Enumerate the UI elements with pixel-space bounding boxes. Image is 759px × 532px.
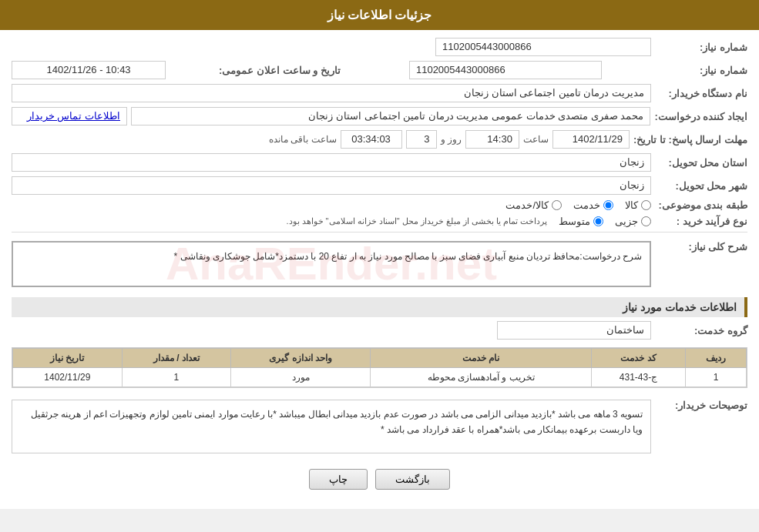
khadamat-section-title: اطلاعات خدمات مورد نیاز (12, 297, 747, 317)
tabaqe-row: طبقه بندی موضوعی: کالا خدمت کالا/خدمت (12, 199, 747, 211)
sharh-row: شرح کلی نیاز: AnaREnder.net شرح درخواست:… (12, 237, 747, 291)
tabaqe-label: طبقه بندی موضوعی: (655, 199, 747, 211)
chap-button[interactable]: چاپ (309, 469, 368, 490)
col-kod: کد خدمت (592, 349, 686, 368)
table-row: 1ج-43-431تخریب و آمادهسازی محوطهمورد1140… (13, 368, 747, 387)
shomara-niaz-label: شماره نیاز: (655, 42, 747, 53)
mohlat-saat: 14:30 (465, 130, 519, 149)
shomara-niaz-value2: 1102005443000866 (409, 61, 602, 79)
radio-kala-input[interactable] (641, 200, 651, 210)
shahr-row: شهر محل تحویل: زنجان (12, 176, 747, 195)
radio-mottavasset: متوسط (559, 216, 603, 227)
page-header: جزئیات اطلاعات نیاز (0, 0, 759, 30)
table-body: 1ج-43-431تخریب و آمادهسازی محوطهمورد1140… (13, 368, 747, 387)
shomara-niaz-row: شماره نیاز: 1102005443000866 (12, 38, 747, 56)
ijad-value: محمد صفری متصدی خدمات عمومی مدیریت درمان… (131, 107, 650, 125)
tarikh-label: تاریخ و ساعت اعلان عمومی: (219, 65, 341, 76)
sharh-box: AnaREnder.net شرح درخواست:محافظ تردیان م… (12, 241, 651, 287)
ostan-row: استان محل تحویل: زنجان (12, 153, 747, 172)
mohlat-saat-label: ساعت (523, 134, 549, 145)
faravarand-row: نوع فرآیند خرید : جزیی متوسط پرداخت تمام… (12, 216, 747, 227)
mohlat-label: مهلت ارسال پاسخ: تا تاریخ: (633, 134, 747, 146)
ijad-link[interactable]: اطلاعات تماس خریدار (12, 107, 127, 125)
sharh-label: شرح کلی نیاز: (655, 237, 747, 253)
sharh-value: شرح درخواست:محافظ تردیان منبع آبیاری فضا… (174, 251, 642, 262)
faravarand-note: پرداخت تمام یا بخشی از مبلغ خریداز محل "… (286, 216, 547, 226)
ostan-label: استان محل تحویل: (655, 157, 747, 169)
ostan-value: زنجان (12, 153, 651, 172)
radio-mottavasset-label: متوسط (559, 216, 590, 227)
page-title: جزئیات اطلاعات نیاز (327, 8, 432, 22)
gorohe-value: ساختمان (497, 321, 651, 340)
col-tedad: تعداد / مقدار (122, 349, 230, 368)
table-cell: ج-43-431 (592, 368, 686, 387)
radio-kala-label: کالا (625, 199, 638, 211)
tosavieh-value: تسویه 3 ماهه می باشد *بازدید میدانی الزا… (12, 400, 651, 453)
table-header-row: ردیف کد خدمت نام خدمت واحد اندازه گیری ت… (13, 349, 747, 368)
table-cell: 1 (686, 368, 747, 387)
shahr-label: شهر محل تحویل: (655, 180, 747, 192)
nam-dastgah-label: نام دستگاه خریدار: (655, 88, 747, 99)
mohlat-rooz: 3 (406, 130, 437, 149)
radio-kala-khadamat-label: کالا/خدمت (505, 199, 549, 211)
radio-jozi-input[interactable] (641, 216, 651, 226)
mohlat-mande-label: ساعت باقی مانده (269, 134, 337, 145)
radio-khadamat-input[interactable] (603, 200, 613, 210)
shomara-niaz-value: 1102005443000866 (435, 38, 651, 56)
mohlat-date: 1402/11/29 (552, 130, 630, 149)
watermark: AnaREnder.net (166, 225, 497, 303)
shomara-niaz-label2: شماره نیاز: (655, 65, 747, 76)
table-cell: مورد (231, 368, 371, 387)
radio-kala: کالا (625, 199, 651, 211)
divider1 (12, 232, 747, 233)
content-area: شماره نیاز: 1102005443000866 شماره نیاز:… (0, 30, 759, 509)
radio-khadamat-label: خدمت (573, 199, 600, 211)
nam-dastgah-row: نام دستگاه خریدار: مدیریت درمان تامین اج… (12, 84, 747, 102)
gorohe-label: گروه خدمت: (655, 325, 747, 336)
faravarand-radio-group: جزیی متوسط پرداخت تمام یا بخشی از مبلغ خ… (12, 216, 651, 227)
faravarand-label: نوع فرآیند خرید : (655, 216, 747, 227)
radio-jozi-label: جزیی (615, 216, 638, 227)
radio-khadamat: خدمت (573, 199, 613, 211)
table-cell: 1 (122, 368, 230, 387)
tabaqe-radio-group: کالا خدمت کالا/خدمت (12, 199, 651, 211)
gorohe-row: گروه خدمت: ساختمان (12, 321, 747, 340)
tarikh-value: 1402/11/26 - 10:43 (12, 61, 166, 79)
col-nam: نام خدمت (371, 349, 592, 368)
nam-dastgah-value: مدیریت درمان تامین اجتماعی استان زنجان (12, 84, 651, 102)
services-table-container: ردیف کد خدمت نام خدمت واحد اندازه گیری ت… (12, 347, 747, 388)
ijad-label: ایجاد کننده درخواست: (654, 111, 747, 122)
mohlat-row: مهلت ارسال پاسخ: تا تاریخ: 1402/11/29 سا… (12, 130, 747, 149)
radio-mottavasset-input[interactable] (593, 216, 603, 226)
table-cell: تخریب و آمادهسازی محوطه (371, 368, 592, 387)
ijad-row: ایجاد کننده درخواست: محمد صفری متصدی خدم… (12, 107, 747, 125)
col-radif: ردیف (686, 349, 747, 368)
mohlat-mande: 03:34:03 (341, 130, 402, 149)
footer-buttons: بازگشت چاپ (12, 469, 747, 490)
page-wrapper: جزئیات اطلاعات نیاز شماره نیاز: 11020054… (0, 0, 759, 509)
mohlat-rooz-label: روز و (441, 134, 462, 145)
radio-jozi: جزیی (615, 216, 651, 227)
table-cell: 1402/11/29 (13, 368, 123, 387)
radio-kala-khadamat: کالا/خدمت (505, 199, 562, 211)
shahr-value: زنجان (12, 176, 651, 195)
radio-kala-khadamat-input[interactable] (552, 200, 562, 210)
bazgasht-button[interactable]: بازگشت (375, 469, 450, 490)
services-table: ردیف کد خدمت نام خدمت واحد اندازه گیری ت… (12, 348, 747, 387)
tosavieh-row: توصیحات خریدار: تسویه 3 ماهه می باشد *با… (12, 396, 747, 457)
col-vahed: واحد اندازه گیری (231, 349, 371, 368)
col-tarikh: تاریخ نیاز (13, 349, 123, 368)
tosavieh-label: توصیحات خریدار: (655, 396, 747, 411)
tarikh-row: شماره نیاز: 1102005443000866 تاریخ و ساع… (12, 61, 747, 79)
